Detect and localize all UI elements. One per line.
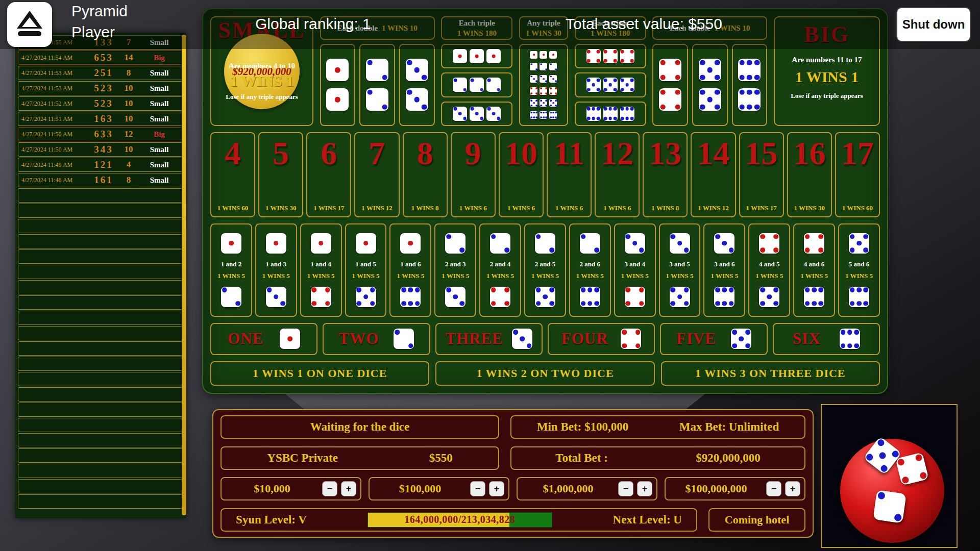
die-dot <box>357 288 362 293</box>
combo-odds: 1 WINS 5 <box>442 272 469 280</box>
bet-double-5[interactable] <box>692 44 728 126</box>
die-face-2 <box>445 233 465 254</box>
history-scrollbar[interactable] <box>182 35 186 515</box>
chip-plus-button[interactable]: + <box>785 481 800 496</box>
die-dot <box>604 79 607 82</box>
coming-hotel-button[interactable]: Coming hotel <box>708 508 805 532</box>
bet-combo-1-6[interactable]: 1 and 61 WINS 5 <box>389 223 431 317</box>
die-dot <box>543 112 545 114</box>
die-dot <box>740 60 745 66</box>
die-dot <box>530 117 532 119</box>
die-dot <box>471 79 474 82</box>
die-dot <box>458 112 462 115</box>
die-face-1 <box>549 51 557 59</box>
die-dot <box>491 288 496 293</box>
level-progress: 164,000,000/213,034,828 <box>368 512 552 528</box>
chip-minus-button[interactable]: − <box>766 481 781 496</box>
bet-total-13[interactable]: 131 WINS 8 <box>643 132 688 217</box>
die-dot <box>535 99 537 102</box>
bet-triple-5[interactable] <box>575 72 646 97</box>
combo-label: 1 and 6 <box>400 260 421 268</box>
bet-combo-3-6[interactable]: 3 and 61 WINS 5 <box>703 223 745 317</box>
combo-odds: 1 WINS 5 <box>262 272 290 280</box>
bet-combo-4-6[interactable]: 4 and 61 WINS 5 <box>793 223 835 317</box>
bet-total-17[interactable]: 171 WINS 60 <box>835 132 880 217</box>
die-dot <box>715 288 720 293</box>
bet-single-6[interactable]: SIX <box>773 323 880 356</box>
chip-plus-button[interactable]: + <box>341 481 356 496</box>
chip-denom-1[interactable]: $10,000−+ <box>220 477 361 500</box>
chip-plus-button[interactable]: + <box>489 481 504 496</box>
bet-total-16[interactable]: 161 WINS 30 <box>787 132 832 217</box>
bet-double-4[interactable] <box>652 44 688 126</box>
bet-combo-4-5[interactable]: 4 and 51 WINS 5 <box>748 223 790 317</box>
die-dot <box>630 59 634 63</box>
chip-minus-button[interactable]: − <box>470 481 485 496</box>
bet-total-4[interactable]: 41 WINS 60 <box>210 132 255 217</box>
chip-minus-button[interactable]: − <box>618 481 633 496</box>
die-dot <box>587 59 591 63</box>
bet-combo-3-5[interactable]: 3 and 51 WINS 5 <box>659 223 701 317</box>
chip-denom-4[interactable]: $100,000,000−+ <box>665 477 805 500</box>
die-dot <box>480 117 483 120</box>
bet-combo-2-4[interactable]: 2 and 41 WINS 5 <box>479 223 521 317</box>
history-dice: 653 <box>89 52 118 63</box>
combo-odds: 1 WINS 5 <box>307 272 335 280</box>
die-dot <box>587 117 591 120</box>
die-dot <box>774 288 779 293</box>
bet-combo-3-4[interactable]: 3 and 41 WINS 5 <box>614 223 656 317</box>
die-face-1 <box>266 233 286 254</box>
bet-total-14[interactable]: 141 WINS 12 <box>691 132 736 217</box>
bet-triple-6[interactable] <box>575 102 646 126</box>
die-dot <box>504 301 509 306</box>
bet-combo-1-5[interactable]: 1 and 51 WINS 5 <box>345 223 387 317</box>
history-dice: 161 <box>89 174 118 186</box>
die-dot <box>850 288 855 293</box>
bet-combo-2-3[interactable]: 2 and 31 WINS 5 <box>434 223 476 317</box>
chip-minus-button[interactable]: − <box>322 481 337 496</box>
chip-denom-3[interactable]: $1,000,000−+ <box>517 477 657 500</box>
chip-denom-2[interactable]: $100,000−+ <box>369 477 509 500</box>
bet-single-1[interactable]: ONE <box>210 323 317 356</box>
any-triple-panel[interactable] <box>519 44 568 126</box>
bet-combo-2-5[interactable]: 2 and 51 WINS 5 <box>524 223 566 317</box>
bet-total-10[interactable]: 101 WINS 6 <box>499 132 544 217</box>
die-dot <box>530 76 532 78</box>
bet-double-1[interactable] <box>320 44 356 126</box>
bet-single-3[interactable]: THREE <box>435 323 543 356</box>
die-dot <box>625 117 629 120</box>
bet-single-5[interactable]: FIVE <box>660 323 767 356</box>
chip-plus-button[interactable]: + <box>637 481 652 496</box>
pyramid-icon <box>14 8 45 41</box>
die-dot <box>707 97 713 103</box>
bet-double-3[interactable] <box>399 44 435 126</box>
bet-single-2[interactable]: TWO <box>323 323 430 356</box>
history-dice: 633 <box>89 129 118 140</box>
bet-total-5[interactable]: 51 WINS 30 <box>258 132 303 217</box>
bet-combo-2-6[interactable]: 2 and 61 WINS 5 <box>569 223 611 317</box>
bet-triple-3[interactable] <box>441 102 512 126</box>
triple-right-rows <box>575 44 646 126</box>
die-dot <box>550 105 552 107</box>
bet-total-9[interactable]: 91 WINS 6 <box>451 132 496 217</box>
bet-total-7[interactable]: 71 WINS 12 <box>354 132 399 217</box>
total-odds: 1 WINS 8 <box>411 204 439 212</box>
bet-combo-1-4[interactable]: 1 and 41 WINS 5 <box>300 223 342 317</box>
die-face-3 <box>445 287 465 307</box>
bet-total-8[interactable]: 81 WINS 8 <box>403 132 448 217</box>
bet-total-11[interactable]: 111 WINS 6 <box>547 132 592 217</box>
shutdown-button[interactable]: Shut down <box>896 7 971 42</box>
game-screen: 4/27/2024 11:55 AM1337Small4/27/2024 11:… <box>0 0 980 551</box>
bet-single-4[interactable]: FOUR <box>548 323 655 356</box>
bet-combo-1-2[interactable]: 1 and 21 WINS 5 <box>210 223 252 317</box>
die-dot <box>540 92 542 94</box>
bet-double-6[interactable] <box>732 44 768 126</box>
die-dot <box>597 79 600 82</box>
bet-triple-2[interactable] <box>441 72 512 97</box>
bet-total-15[interactable]: 151 WINS 17 <box>739 132 784 217</box>
bet-double-2[interactable] <box>359 44 395 126</box>
bet-total-6[interactable]: 61 WINS 17 <box>306 132 351 217</box>
bet-combo-1-3[interactable]: 1 and 31 WINS 5 <box>255 223 297 317</box>
bet-combo-5-6[interactable]: 5 and 61 WINS 5 <box>838 223 880 317</box>
bet-total-12[interactable]: 121 WINS 6 <box>595 132 640 217</box>
